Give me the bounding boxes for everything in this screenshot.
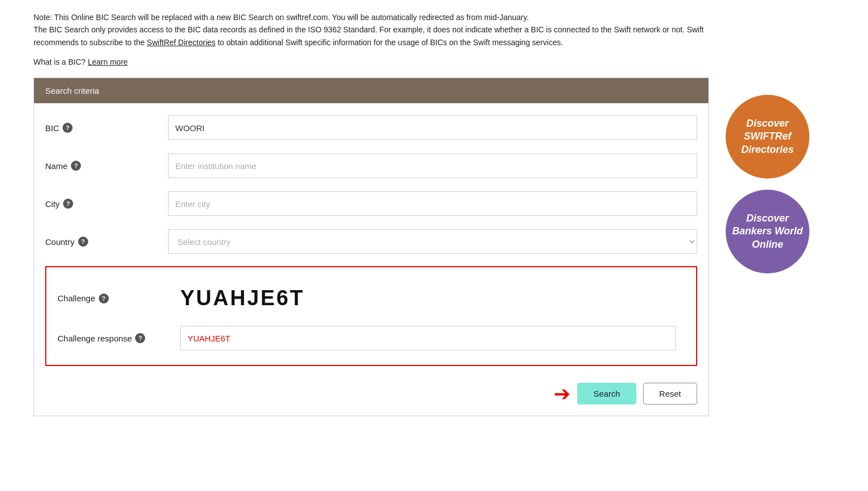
name-label: Name ? [45, 161, 168, 171]
challenge-help-icon[interactable]: ? [99, 293, 109, 304]
city-label: City ? [45, 199, 168, 209]
challenge-response-input[interactable] [180, 326, 676, 350]
notice-text: Note: This Online BIC Search will be rep… [33, 11, 709, 49]
search-panel-header: Search criteria [34, 78, 708, 103]
captcha-display: YUAHJE6T [180, 282, 305, 315]
notice-line1: Note: This Online BIC Search will be rep… [33, 13, 529, 22]
swiftref-link[interactable]: SwiftRef Directories [147, 38, 215, 47]
country-label: Country ? [45, 237, 168, 247]
challenge-section: Challenge ? YUAHJE6T Challenge response … [45, 266, 697, 366]
sidebar: Discover SWIFTRef Directories Discover B… [726, 11, 815, 427]
what-is-bic-text: What is a BIC? [33, 57, 85, 66]
search-panel: Search criteria BIC ? Name ? [33, 78, 709, 416]
country-help-icon[interactable]: ? [78, 237, 88, 247]
reset-button[interactable]: Reset [643, 383, 697, 405]
bic-row: BIC ? [34, 109, 708, 147]
challenge-response-help-icon[interactable]: ? [135, 333, 145, 343]
name-help-icon[interactable]: ? [71, 161, 81, 171]
arrow-icon: ➔ [554, 384, 570, 404]
main-content: Note: This Online BIC Search will be rep… [33, 11, 709, 427]
city-help-icon[interactable]: ? [63, 199, 73, 209]
form-body: BIC ? Name ? City [34, 103, 708, 416]
city-row: City ? [34, 185, 708, 223]
name-row: Name ? [34, 147, 708, 185]
challenge-label: Challenge ? [57, 293, 180, 304]
button-row: ➔ Search Reset [34, 377, 708, 410]
learn-more-link[interactable]: Learn more [88, 57, 128, 66]
name-input[interactable] [168, 153, 697, 178]
country-select[interactable]: Select country United States United King… [168, 229, 697, 254]
challenge-row: Challenge ? YUAHJE6T [46, 276, 687, 320]
country-row: Country ? Select country United States U… [34, 223, 708, 261]
bic-label: BIC ? [45, 123, 168, 133]
what-is-bic: What is a BIC? Learn more [33, 57, 709, 66]
challenge-response-row: Challenge response ? [46, 320, 687, 356]
search-button[interactable]: Search [577, 383, 636, 405]
page-wrapper: Note: This Online BIC Search will be rep… [33, 11, 815, 427]
bankers-circle-button[interactable]: Discover Bankers World Online [726, 190, 809, 273]
bic-input[interactable] [168, 115, 697, 140]
city-input[interactable] [168, 191, 697, 216]
challenge-response-label: Challenge response ? [57, 333, 180, 343]
bic-help-icon[interactable]: ? [63, 123, 73, 133]
notice-line3: to obtain additional Swift specific info… [218, 38, 563, 47]
swiftref-circle-button[interactable]: Discover SWIFTRef Directories [726, 95, 809, 179]
